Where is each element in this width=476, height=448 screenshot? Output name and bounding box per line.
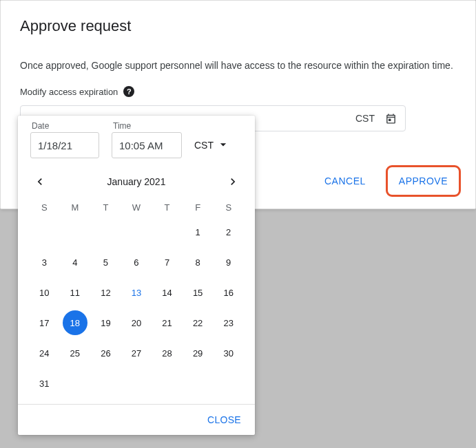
- calendar-day[interactable]: 31: [29, 368, 60, 398]
- calendar-day[interactable]: 19: [90, 308, 121, 338]
- approve-button[interactable]: APPROVE: [391, 170, 456, 192]
- calendar-day[interactable]: 11: [60, 277, 91, 308]
- month-nav: January 2021: [18, 162, 255, 195]
- calendar-empty: [29, 217, 60, 247]
- calendar-day[interactable]: 16: [213, 277, 244, 308]
- calendar-day[interactable]: 27: [121, 338, 152, 368]
- calendar-day[interactable]: 4: [60, 247, 91, 277]
- calendar-day[interactable]: 24: [29, 338, 60, 368]
- calendar-day[interactable]: 28: [152, 338, 183, 368]
- dow-cell: T: [152, 202, 183, 213]
- dow-cell: M: [60, 202, 91, 213]
- calendar-day[interactable]: 14: [152, 277, 183, 308]
- calendar-day[interactable]: 20: [121, 308, 152, 338]
- time-label: Time: [113, 121, 182, 131]
- calendar-day[interactable]: 7: [152, 247, 183, 277]
- calendar-icon[interactable]: [384, 112, 397, 125]
- next-month-button[interactable]: [226, 175, 240, 189]
- calendar-day[interactable]: 17: [29, 308, 60, 338]
- calendar-empty: [152, 217, 183, 247]
- dow-cell: F: [183, 202, 214, 213]
- cancel-button[interactable]: CANCEL: [316, 170, 374, 192]
- modify-expiration-row: Modify access expiration ?: [20, 86, 456, 97]
- dow-cell: S: [213, 202, 244, 213]
- calendar-day[interactable]: 10: [29, 277, 60, 308]
- date-input[interactable]: [30, 132, 99, 158]
- calendar-day[interactable]: 26: [90, 338, 121, 368]
- calendar-day[interactable]: 15: [183, 277, 214, 308]
- dialog-title: Approve request: [20, 17, 456, 35]
- calendar-day[interactable]: 22: [183, 308, 214, 338]
- chevron-down-icon: [216, 138, 230, 153]
- calendar-day[interactable]: 8: [183, 247, 214, 277]
- picker-inputs-row: Date Time CST: [18, 116, 255, 162]
- date-label: Date: [32, 121, 99, 131]
- calendar-empty: [60, 217, 91, 247]
- timezone-select[interactable]: CST: [194, 132, 230, 158]
- datetime-picker: Date Time CST January 2021 SMTWTFS 12345…: [18, 116, 255, 435]
- calendar-day[interactable]: 6: [121, 247, 152, 277]
- calendar-day[interactable]: 23: [213, 308, 244, 338]
- calendar-day[interactable]: 9: [213, 247, 244, 277]
- calendar-day[interactable]: 1: [183, 217, 214, 247]
- calendar-grid: 1234567891011121314151617181920212223242…: [18, 217, 255, 404]
- time-field-group: Time: [112, 121, 182, 158]
- calendar-day[interactable]: 21: [152, 308, 183, 338]
- calendar-day[interactable]: 29: [183, 338, 214, 368]
- help-icon[interactable]: ?: [123, 86, 134, 97]
- dow-header: SMTWTFS: [18, 195, 255, 217]
- calendar-empty: [90, 217, 121, 247]
- dow-cell: W: [121, 202, 152, 213]
- calendar-day[interactable]: 25: [60, 338, 91, 368]
- calendar-day[interactable]: 30: [213, 338, 244, 368]
- close-button[interactable]: CLOSE: [207, 414, 241, 425]
- month-title: January 2021: [107, 176, 166, 187]
- time-input[interactable]: [112, 132, 182, 158]
- date-field-group: Date: [30, 121, 99, 158]
- calendar-day[interactable]: 5: [90, 247, 121, 277]
- dow-cell: T: [90, 202, 121, 213]
- calendar-day[interactable]: 2: [213, 217, 244, 247]
- dow-cell: S: [29, 202, 60, 213]
- prev-month-button[interactable]: [33, 175, 47, 189]
- modify-label: Modify access expiration: [20, 87, 118, 97]
- calendar-day[interactable]: 18: [60, 308, 91, 338]
- timezone-value: CST: [194, 140, 214, 151]
- calendar-day[interactable]: 3: [29, 247, 60, 277]
- dialog-description: Once approved, Google support personnel …: [20, 60, 456, 71]
- picker-footer: CLOSE: [18, 405, 255, 435]
- calendar-day[interactable]: 12: [90, 277, 121, 308]
- calendar-day[interactable]: 13: [121, 277, 152, 308]
- timezone-label: CST: [355, 113, 375, 124]
- calendar-empty: [121, 217, 152, 247]
